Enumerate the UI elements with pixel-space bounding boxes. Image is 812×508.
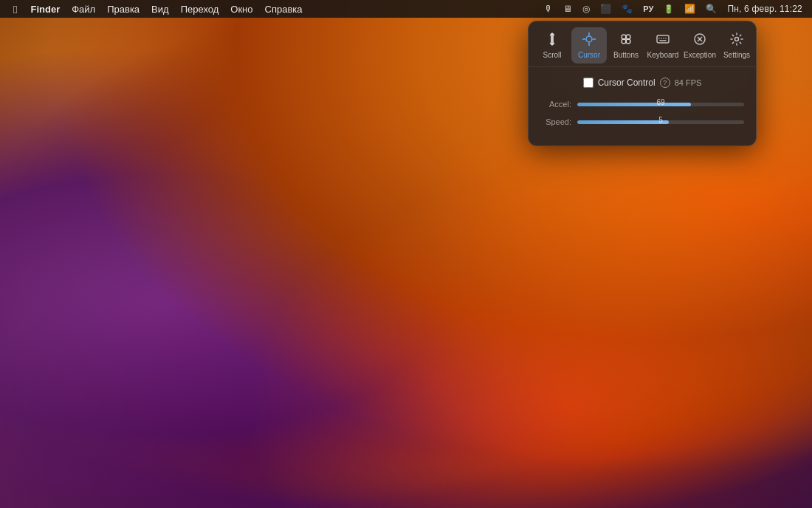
tab-exception[interactable]: Exception — [682, 27, 718, 64]
accel-label: Accel: — [540, 100, 571, 109]
svg-point-7 — [622, 35, 626, 39]
screenrecord-icon[interactable]: ⬛ — [596, 0, 615, 18]
tab-keyboard[interactable]: Keyboard — [645, 27, 681, 64]
accel-slider-container: 69 — [577, 98, 744, 110]
cursor-control-title: Cursor Control — [598, 78, 656, 88]
cursor-tab-label: Cursor — [578, 51, 600, 59]
translate-icon[interactable]: РУ — [639, 0, 657, 18]
info-icon[interactable]: ? — [660, 78, 670, 88]
cursor-header: Cursor Control ? 84 FPS — [540, 78, 744, 88]
keyboard-icon — [656, 32, 670, 49]
cursor-icon — [582, 32, 596, 49]
svg-point-20 — [735, 38, 739, 41]
settings-icon — [729, 32, 744, 49]
menubar-edit[interactable]: Правка — [101, 0, 145, 18]
mic-icon[interactable]: 🎙 — [540, 0, 557, 18]
display-icon[interactable]: 🖥 — [560, 0, 576, 18]
menubar-left:  Finder Файл Правка Вид Переход Окно Сп… — [6, 0, 309, 18]
scroll-tab-label: Scroll — [543, 51, 561, 59]
menubar-go[interactable]: Переход — [175, 0, 225, 18]
speed-row: Speed: 5 — [540, 116, 744, 128]
tab-buttons[interactable]: Buttons — [608, 27, 644, 64]
antivirus-icon[interactable]: 🐾 — [618, 0, 636, 18]
wifi-icon[interactable]: 📶 — [681, 0, 699, 18]
menubar-right: 🎙 🖥 ◎ ⬛ 🐾 РУ 🔋 📶 🔍 Пн, 6 февр. 11:22 — [540, 0, 806, 18]
tab-scroll[interactable]: Scroll — [534, 27, 570, 64]
speed-slider-container: 5 — [577, 116, 744, 128]
tab-cursor[interactable]: Cursor — [571, 27, 607, 64]
settings-tab-label: Settings — [723, 51, 750, 59]
buttons-tab-label: Buttons — [613, 51, 639, 59]
menubar-help[interactable]: Справка — [259, 0, 309, 18]
keyboard-tab-label: Keyboard — [647, 51, 679, 59]
accel-row: Accel: 69 — [540, 98, 744, 110]
speed-label: Speed: — [540, 117, 571, 126]
menubar:  Finder Файл Правка Вид Переход Окно Сп… — [0, 0, 812, 18]
menubar-file[interactable]: Файл — [66, 0, 101, 18]
tab-settings[interactable]: Settings — [719, 27, 754, 64]
buttons-icon — [619, 32, 633, 49]
exception-tab-label: Exception — [684, 51, 716, 59]
svg-point-2 — [586, 36, 592, 42]
svg-rect-11 — [657, 35, 669, 43]
svg-point-10 — [626, 39, 630, 44]
finder-menu[interactable]: Finder — [24, 0, 66, 18]
svg-point-9 — [622, 39, 626, 44]
menubar-view[interactable]: Вид — [145, 0, 175, 18]
menubar-window[interactable]: Окно — [224, 0, 258, 18]
location-icon[interactable]: ◎ — [579, 0, 593, 18]
search-icon[interactable]: 🔍 — [702, 0, 720, 18]
fps-display: 84 FPS — [675, 78, 702, 87]
apple-menu[interactable]:  — [6, 0, 24, 18]
panel-content: Cursor Control ? 84 FPS Accel: 69 Speed: — [529, 67, 756, 145]
cursor-control-checkbox[interactable] — [583, 78, 593, 88]
scroll-icon — [545, 32, 560, 49]
battery-icon[interactable]: 🔋 — [660, 0, 678, 18]
exception-icon — [692, 32, 707, 49]
svg-point-8 — [626, 35, 630, 39]
popup-panel: Scroll Cursor — [528, 21, 757, 146]
toolbar: Scroll Cursor — [529, 21, 756, 67]
datetime-display: Пн, 6 февр. 11:22 — [723, 0, 806, 18]
